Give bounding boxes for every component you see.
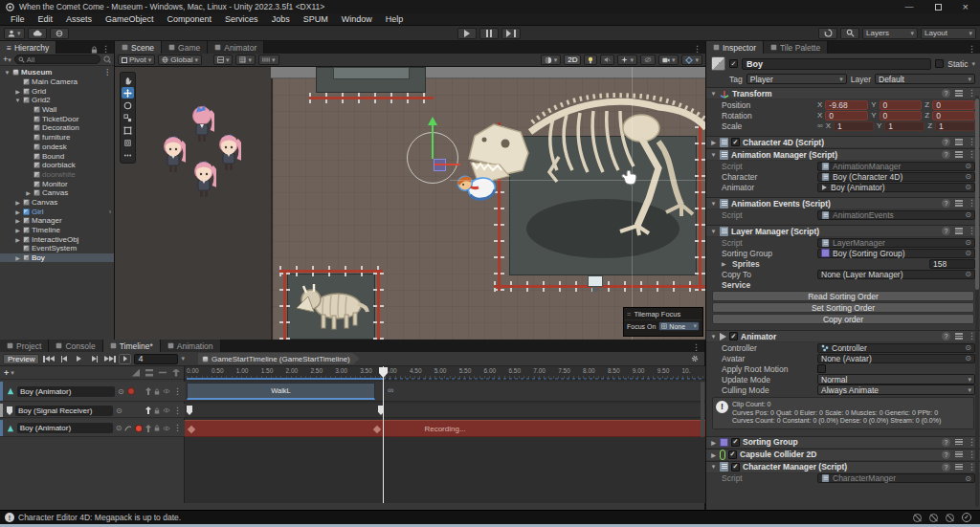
2d-mode-toggle[interactable]: 2D bbox=[564, 55, 581, 65]
pause-button[interactable] bbox=[479, 28, 499, 39]
sorting-group-field[interactable]: Boy (Sorting Group)⊙ bbox=[817, 249, 975, 258]
add-track-dropdown-icon[interactable]: ▾ bbox=[11, 369, 14, 377]
capsule-collider-header[interactable]: ▶ ✓ Capsule Collider 2D ?⋮ bbox=[706, 449, 980, 461]
hierarchy-item-monitor[interactable]: Monitor bbox=[0, 179, 114, 188]
help-icon[interactable]: ? bbox=[942, 89, 950, 98]
tab-game[interactable]: Game bbox=[162, 41, 208, 54]
object-picker-icon[interactable]: ⊙ bbox=[965, 183, 971, 191]
eye-icon[interactable] bbox=[163, 407, 170, 413]
hierarchy-item-ticketdoor[interactable]: TicketDoor bbox=[0, 114, 114, 123]
hierarchy-search-input[interactable]: All bbox=[14, 55, 100, 64]
ripple-mode-icon[interactable] bbox=[145, 369, 153, 377]
object-picker-icon[interactable]: ⊙ bbox=[965, 238, 971, 247]
hierarchy-item-furniture[interactable]: furniture bbox=[0, 133, 114, 143]
read-sorting-order-button[interactable]: Read Sorting Order bbox=[712, 291, 974, 301]
pin-icon[interactable] bbox=[145, 425, 151, 432]
hierarchy-item-manager[interactable]: ▶ Manager bbox=[0, 216, 114, 226]
update-mode-dropdown[interactable]: Normal▾ bbox=[817, 374, 975, 384]
tab-inspector[interactable]: Inspector bbox=[706, 41, 764, 54]
layers-dropdown[interactable]: Layers▾ bbox=[862, 28, 918, 39]
animator-header[interactable]: ▼ ✓ Animator ?⋮ bbox=[706, 330, 980, 342]
hidden-objects-toggle[interactable] bbox=[640, 55, 656, 65]
tab-console[interactable]: Console bbox=[49, 340, 102, 352]
frame-unit-dropdown[interactable]: ▾ bbox=[181, 355, 185, 362]
layout-dropdown[interactable]: Layout▾ bbox=[921, 28, 976, 39]
copy-to-field[interactable]: None (Layer Manager)⊙ bbox=[817, 270, 975, 279]
view-tool-button[interactable] bbox=[122, 75, 134, 86]
hierarchy-item-girl[interactable]: ▶ Girl › bbox=[0, 207, 114, 216]
record-button[interactable] bbox=[127, 387, 135, 395]
inspector-scrollbar-thumb[interactable] bbox=[975, 99, 979, 290]
close-button[interactable]: × bbox=[963, 1, 969, 12]
timeline-vertical-scrollbar[interactable] bbox=[701, 382, 704, 437]
avatar-field[interactable]: None (Avatar)⊙ bbox=[817, 354, 975, 363]
signal-marker[interactable] bbox=[187, 406, 192, 415]
track-header-boy-signal-receiver-[interactable]: Boy (Signal Receiver) ⊙ ⋮ bbox=[0, 404, 185, 418]
move-tool-button[interactable] bbox=[122, 87, 134, 99]
tab-animator[interactable]: Animator bbox=[208, 41, 264, 54]
tool-settings-dropdown[interactable]: ▾ bbox=[213, 55, 234, 65]
gameobject-cube-icon[interactable] bbox=[711, 56, 725, 71]
copy-order-button[interactable]: Copy order bbox=[712, 314, 974, 324]
effects-dropdown[interactable]: ▾ bbox=[617, 55, 637, 65]
object-picker-icon[interactable]: ⊙ bbox=[116, 406, 122, 415]
component-checkbox[interactable]: ✓ bbox=[729, 332, 738, 340]
no-bake-icon-3[interactable] bbox=[946, 514, 954, 522]
lock-icon[interactable] bbox=[91, 46, 98, 54]
markers-toggle-icon[interactable] bbox=[172, 369, 180, 377]
script-field[interactable]: CharacterManger⊙ bbox=[817, 473, 975, 483]
pin-icon[interactable] bbox=[145, 387, 151, 395]
camera-overlay-dropdown[interactable]: ▾ bbox=[658, 55, 679, 65]
goto-end-button[interactable] bbox=[103, 354, 116, 364]
track-header-boy-animator-[interactable]: Boy (Animator) ⊙ ⋮ bbox=[0, 420, 185, 437]
version-control-button[interactable] bbox=[50, 28, 69, 39]
scene-viewport[interactable]: = Tilemap Focus Focus On None ▾ bbox=[115, 67, 705, 340]
culling-mode-dropdown[interactable]: Always Animate▾ bbox=[817, 384, 975, 395]
status-message[interactable]: Character Editor 4D: Megapack is up to d… bbox=[18, 513, 181, 522]
pivot-toggle[interactable]: Pivot▾ bbox=[118, 55, 155, 65]
hierarchy-item-doorblack[interactable]: doorblack bbox=[0, 161, 114, 170]
link-scale-icon[interactable]: ∞ bbox=[817, 121, 823, 130]
panel-menu-icon[interactable]: ⋮ bbox=[968, 45, 976, 54]
position-x-field[interactable]: -9.68 bbox=[825, 100, 868, 110]
audio-toggle[interactable] bbox=[600, 55, 614, 65]
no-bake-icon-2[interactable] bbox=[929, 514, 938, 522]
object-picker-icon[interactable]: ⊙ bbox=[965, 162, 971, 170]
timeline-clips-area[interactable]: 0.000.501.001.502.002.503.003.504.004.50… bbox=[185, 366, 705, 503]
tab-tilepalette[interactable]: Tile Palette bbox=[764, 41, 828, 54]
track-menu-icon[interactable]: ⋮ bbox=[173, 406, 182, 415]
animator-field[interactable]: Boy (Animator)⊙ bbox=[817, 183, 975, 192]
recording-track-lane[interactable]: Recording... bbox=[185, 420, 705, 437]
static-dropdown-icon[interactable]: ▾ bbox=[971, 60, 975, 68]
add-track-button[interactable]: + bbox=[4, 368, 9, 378]
sorting-group-header[interactable]: ▶ ✓ Sorting Group ?⋮ bbox=[706, 436, 980, 449]
rotation-y-field[interactable]: 0 bbox=[880, 111, 923, 121]
lighting-toggle[interactable] bbox=[584, 55, 597, 65]
sprites-count-field[interactable]: 158 bbox=[929, 259, 975, 269]
hierarchy-item-canvas[interactable]: ▶ Canvas bbox=[0, 188, 114, 198]
layer-manager-header[interactable]: ▼ Layer Manager (Script) ?⋮ bbox=[706, 225, 980, 237]
menu-spum[interactable]: SPUM bbox=[297, 13, 335, 26]
scale-z-field[interactable]: 1 bbox=[935, 121, 975, 131]
timeline-play-button[interactable] bbox=[73, 354, 85, 364]
foldout-arrow-icon[interactable]: ▶ bbox=[14, 227, 21, 233]
tab-hierarchy[interactable]: ≡ Hierarchy bbox=[0, 41, 56, 54]
snap-dropdown[interactable]: ▾ bbox=[258, 55, 279, 65]
move-gizmo-x-axis[interactable] bbox=[434, 164, 460, 165]
component-checkbox[interactable]: ✓ bbox=[731, 438, 740, 447]
object-picker-icon[interactable]: ⊙ bbox=[965, 343, 971, 352]
tab-timeline[interactable]: Timeline* bbox=[103, 340, 161, 352]
hierarchy-item-grid2[interactable]: ▼ Grid2 bbox=[0, 96, 114, 105]
undo-history-button[interactable] bbox=[818, 28, 837, 39]
track-menu-icon[interactable]: ⋮ bbox=[173, 424, 182, 432]
tab-project[interactable]: Project bbox=[0, 340, 49, 352]
object-picker-icon[interactable]: ⊙ bbox=[965, 474, 971, 483]
object-picker-icon[interactable]: ⊙ bbox=[965, 249, 971, 257]
component-checkbox[interactable]: ✓ bbox=[731, 463, 740, 472]
scale-x-field[interactable]: 1 bbox=[834, 121, 874, 131]
hierarchy-item-wall[interactable]: Wall bbox=[0, 105, 114, 115]
object-picker-icon[interactable]: ⊙ bbox=[116, 424, 122, 432]
hierarchy-item-ondesk[interactable]: ondesk bbox=[0, 143, 114, 152]
layer-dropdown[interactable]: Default▾ bbox=[875, 74, 975, 84]
npc-girl-sprite[interactable] bbox=[191, 161, 216, 199]
